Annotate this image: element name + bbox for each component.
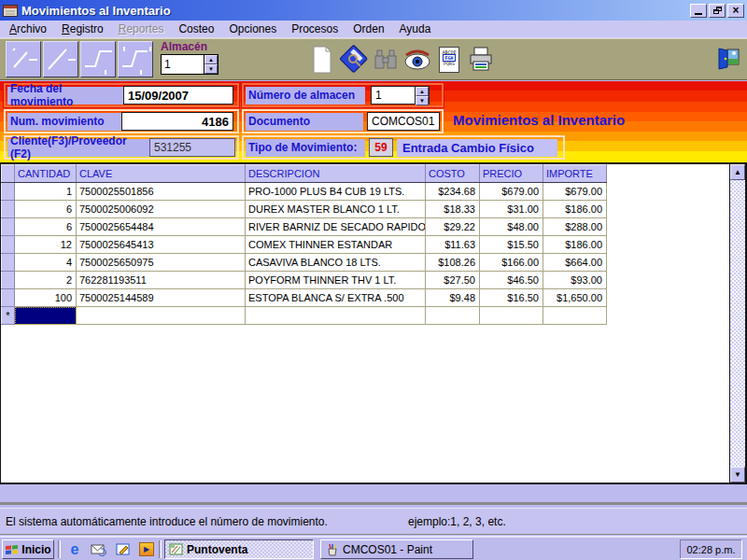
internet-explorer-launcher[interactable]: e [65,540,84,558]
spinner-down-icon[interactable]: ▼ [204,64,218,74]
application-window: Movimientos al Inventario × ArchivoRegis… [0,0,747,560]
menu-item[interactable]: Reportes [111,21,172,37]
tipo-movimiento-descripcion: Entrada Cambio Físico [397,139,557,157]
menu-item[interactable]: Ayuda [392,21,439,37]
table-row[interactable]: 6 7500025654484 RIVER BARNIZ DE SECADO R… [2,218,607,236]
windows-logo-icon [5,543,19,555]
movement-shape-button-4[interactable] [118,41,153,77]
corner-header-cell[interactable] [2,165,15,183]
print-button[interactable] [465,44,497,76]
scroll-up-icon[interactable]: ▲ [730,164,745,180]
num-movimiento-input[interactable]: 4186 [121,112,233,131]
almacen-spinner-group: Almacén 1 ▲ ▼ [161,40,218,75]
column-header-descripcion[interactable]: DESCRIPCION [246,165,426,183]
almacen-spinner[interactable]: 1 ▲ ▼ [161,54,218,75]
restore-button[interactable] [709,4,726,18]
puntoventa-icon [169,543,183,555]
search-icon [372,48,400,72]
close-button[interactable]: × [727,4,744,18]
row-selector[interactable] [2,201,15,218]
start-button[interactable]: Inicio [2,539,54,559]
paint-icon [325,543,339,556]
restore-icon [713,7,722,14]
table-row[interactable]: 4 7500025650975 CASAVIVA BLANCO 18 LTS. … [2,254,607,272]
row-selector[interactable] [2,236,15,254]
media-player-launcher[interactable]: ▶ [137,540,156,558]
column-header-costo[interactable]: COSTO [426,165,480,183]
almacen-field-up-icon[interactable]: ▲ [416,87,429,96]
movement-shape-button-1[interactable] [6,41,41,77]
num-movimiento-label: Num. movimiento [7,113,121,131]
view-button[interactable] [402,44,433,76]
spelling-button[interactable]: ABCDE FGH PQRS [433,44,465,76]
column-header-importe[interactable]: IMPORTE [543,165,607,183]
taskbar: Inicio e ▶ [0,536,747,560]
internet-explorer-icon: e [71,541,79,558]
menubar: ArchivoRegistroReportesCosteoOpcionesPro… [0,21,747,38]
taskbar-clock: 02:28 p.m. [680,539,742,559]
documento-label: Documento [246,113,363,131]
statusbar: El sistema automáticamente introduce el … [0,508,747,535]
minimize-button[interactable] [690,4,707,18]
row-selector[interactable] [2,218,15,236]
new-row-selector[interactable]: * [2,307,15,325]
table-row[interactable]: 6 7500025006092 DUREX MASTER BLANCO 1 LT… [2,201,607,218]
letters-icon: ABCDE FGH PQRS [439,47,459,73]
menu-item[interactable]: Costeo [171,21,221,37]
table-row[interactable]: 100 7500025144589 ESTOPA BLANCA S/ EXTRA… [2,289,607,307]
almacen-field-label: Número de almacen [246,87,365,105]
selected-cell[interactable] [15,307,77,325]
minimize-icon [695,13,702,15]
movement-shape-button-2[interactable] [43,41,78,77]
start-label: Inicio [21,543,50,556]
fecha-input[interactable]: 15/09/2007 [123,86,233,105]
new-record-row[interactable]: * [2,307,607,325]
taskbar-divider [159,540,162,558]
documento-group: Documento COMCOS01 [242,109,444,133]
form-panel: Fecha del movimiento 15/09/2007 Número d… [0,81,747,162]
mail-launcher[interactable] [90,540,108,558]
menu-item[interactable]: Archivo [2,21,54,37]
exit-icon [715,47,741,71]
almacen-field-input[interactable]: 1 [371,86,416,105]
column-header-cantidad[interactable]: CANTIDAD [15,165,77,183]
exit-button[interactable] [715,47,741,75]
row-selector[interactable] [2,272,15,289]
cliente-input[interactable]: 531255 [149,138,235,157]
scroll-down-icon[interactable]: ▼ [730,467,745,483]
fecha-label: Fecha del movimiento [7,87,123,105]
row-selector[interactable] [2,254,15,272]
ramp-icon [7,43,40,77]
table-row[interactable]: 2 762281193511 POYFORM THINNER THV 1 LT.… [2,272,607,289]
show-desktop-launcher[interactable] [114,540,133,558]
task-label: CMCOS01 - Paint [343,543,432,556]
step-icon [81,43,115,77]
cliente-label: Cliente(F3)/Proveedor (F2) [7,139,149,157]
save-button[interactable] [338,44,370,76]
new-document-button[interactable] [306,44,338,76]
column-header-precio[interactable]: PRECIO [480,165,543,183]
documento-input[interactable]: COMCOS01 [367,112,440,131]
task-button-paint[interactable]: CMCOS01 - Paint [320,539,473,559]
column-header-clave[interactable]: CLAVE [77,165,246,183]
task-button-puntoventa[interactable]: Puntoventa [164,539,314,559]
row-selector[interactable] [2,289,15,307]
menu-item[interactable]: Opciones [221,21,284,37]
grid-body: 1 7500025501856 PRO-1000 PLUS B4 CUB 19 … [2,183,607,307]
row-selector[interactable] [2,183,15,201]
menu-item[interactable]: Orden [345,21,391,37]
menu-item[interactable]: Registro [54,21,111,37]
menu-item[interactable]: Procesos [284,21,345,37]
almacen-value[interactable]: 1 [162,55,204,74]
search-button[interactable] [370,44,402,76]
vertical-scrollbar[interactable]: ▲ ▼ [729,164,745,483]
window-bottom-band [0,484,747,505]
new-document-icon [311,46,333,74]
tipo-movimiento-code[interactable]: 59 [369,138,393,157]
table-row[interactable]: 1 7500025501856 PRO-1000 PLUS B4 CUB 19 … [2,183,607,201]
step-icon [119,43,152,77]
spinner-up-icon[interactable]: ▲ [204,55,218,64]
movement-shape-button-3[interactable] [80,41,116,77]
almacen-field-down-icon[interactable]: ▼ [416,96,429,105]
table-row[interactable]: 12 7500025645413 COMEX THINNER ESTANDAR … [2,236,607,254]
